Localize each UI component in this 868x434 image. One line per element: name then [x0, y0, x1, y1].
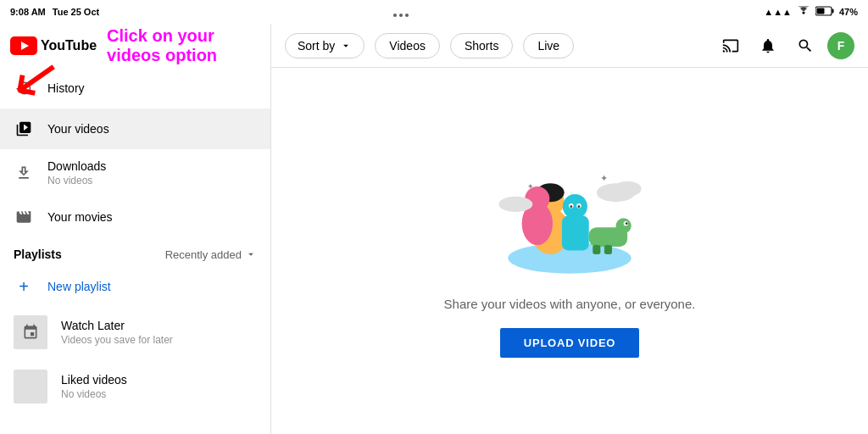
- sidebar-item-watch-later[interactable]: Watch Later Videos you save for later: [0, 305, 270, 359]
- dot-1: [393, 14, 397, 17]
- playlists-title: Playlists: [14, 248, 62, 261]
- avatar-letter: F: [837, 39, 845, 53]
- liked-videos-content: Liked videos No videos: [61, 373, 127, 400]
- svg-text:✦: ✦: [600, 173, 608, 183]
- filter-shorts-label: Shorts: [465, 39, 498, 53]
- sort-by-label: Sort by: [298, 39, 335, 53]
- new-playlist-item[interactable]: + New playlist: [0, 268, 270, 305]
- battery-icon: [815, 6, 834, 18]
- chevron-down-icon: [245, 248, 257, 260]
- svg-point-25: [614, 181, 642, 197]
- svg-point-13: [570, 205, 572, 208]
- sidebar-item-your-movies[interactable]: Your movies: [0, 197, 270, 237]
- bell-icon: [760, 37, 776, 54]
- signal-icon: ▲▲▲: [764, 7, 792, 17]
- cast-button[interactable]: [715, 31, 746, 61]
- upload-illustration: ✦ ✦: [485, 144, 654, 280]
- svg-point-10: [563, 194, 587, 219]
- status-date: Tue 25 Oct: [53, 7, 99, 17]
- wifi-icon: [797, 6, 810, 18]
- main-content: Sort by Videos Shorts Live: [271, 24, 868, 434]
- recently-added-sort[interactable]: Recently added: [165, 248, 257, 261]
- svg-rect-23: [604, 245, 612, 254]
- filter-chip-shorts[interactable]: Shorts: [450, 33, 513, 58]
- filter-chip-videos[interactable]: Videos: [375, 33, 440, 58]
- annotation-arrow: ↙: [7, 42, 66, 109]
- new-playlist-label: New playlist: [47, 280, 111, 293]
- upload-video-button[interactable]: UPLOAD VIDEO: [500, 328, 640, 358]
- liked-videos-subtext: No videos: [61, 388, 127, 400]
- status-time: 9:08 AM: [10, 7, 46, 17]
- watch-later-label: Watch Later: [61, 319, 173, 332]
- your-videos-content: Your videos: [47, 122, 109, 136]
- search-icon: [797, 37, 814, 54]
- downloads-label: Downloads: [47, 159, 106, 173]
- notification-button[interactable]: [753, 31, 783, 61]
- content-area: ✦ ✦ Share your videos with anyone, or ev…: [271, 68, 868, 434]
- app-container: YouTube Click on your videos option ↙ Hi…: [0, 24, 868, 434]
- plus-icon: +: [14, 276, 34, 297]
- svg-rect-9: [562, 216, 589, 251]
- filter-live-label: Live: [537, 39, 559, 53]
- avatar-button[interactable]: F: [827, 32, 854, 59]
- liked-videos-label: Liked videos: [61, 373, 127, 387]
- sidebar: YouTube Click on your videos option ↙ Hi…: [0, 24, 271, 434]
- annotation-text: Click on your videos option: [107, 26, 260, 65]
- dot-3: [405, 14, 409, 17]
- battery-percent: 47%: [839, 7, 858, 17]
- your-movies-content: Your movies: [47, 210, 113, 224]
- your-movies-label: Your movies: [47, 210, 113, 224]
- svg-point-14: [578, 205, 581, 208]
- download-icon: [14, 163, 34, 183]
- svg-point-21: [626, 222, 628, 225]
- watch-later-subtext: Videos you save for later: [61, 334, 173, 346]
- downloads-subtext: No videos: [47, 175, 106, 186]
- recently-added-label: Recently added: [165, 248, 242, 261]
- sort-chevron-icon: [340, 40, 352, 52]
- svg-text:✦: ✦: [527, 182, 534, 191]
- your-videos-icon: [14, 119, 34, 139]
- liked-videos-thumbnail: [14, 370, 47, 403]
- search-button[interactable]: [790, 31, 821, 61]
- svg-point-19: [616, 218, 632, 233]
- status-bar: 9:08 AM Tue 25 Oct ▲▲▲ 47%: [0, 0, 868, 24]
- svg-point-26: [498, 197, 532, 212]
- filter-videos-label: Videos: [389, 39, 426, 53]
- svg-rect-22: [593, 245, 600, 254]
- svg-rect-2: [816, 8, 824, 14]
- svg-rect-1: [832, 9, 833, 14]
- sidebar-item-liked-videos[interactable]: Liked videos No videos: [0, 359, 270, 414]
- watch-later-icon: [14, 315, 47, 349]
- your-videos-label: Your videos: [47, 122, 109, 136]
- dot-2: [399, 14, 403, 17]
- three-dots-menu[interactable]: [393, 3, 409, 27]
- sidebar-item-downloads[interactable]: Downloads No videos: [0, 149, 270, 197]
- sidebar-item-your-videos[interactable]: Your videos: [0, 108, 270, 149]
- cast-icon: [722, 37, 739, 54]
- filter-chip-live[interactable]: Live: [523, 33, 574, 58]
- header-icons: F: [715, 24, 854, 68]
- share-text: Share your videos with anyone, or everyo…: [444, 297, 696, 311]
- movies-icon: [14, 207, 34, 227]
- watch-later-content: Watch Later Videos you save for later: [61, 319, 173, 346]
- sort-by-button[interactable]: Sort by: [285, 33, 364, 58]
- playlists-header: Playlists Recently added: [0, 237, 270, 268]
- downloads-content: Downloads No videos: [47, 159, 106, 186]
